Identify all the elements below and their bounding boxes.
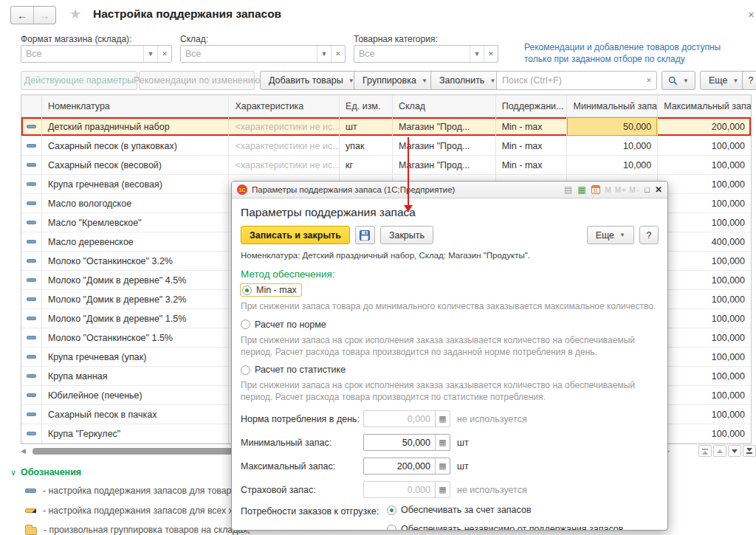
help-button[interactable]: ?: [742, 71, 756, 90]
cell-max-stock[interactable]: 100,000: [658, 348, 751, 366]
search-input[interactable]: Поиск (Ctrl+F) ✕: [496, 71, 657, 90]
close-button[interactable]: Закрыть: [380, 226, 433, 244]
calculator-icon[interactable]: ▦: [435, 482, 450, 497]
cell-min-stock[interactable]: 10,000: [567, 156, 658, 174]
chevron-collapse-icon[interactable]: ∨: [10, 468, 16, 477]
cell-max-stock[interactable]: 100,000: [658, 367, 751, 385]
calculator-icon[interactable]: ▦: [577, 185, 585, 194]
cell-nomenclature[interactable]: Масло "Кремлевское": [42, 213, 229, 232]
calendar-icon[interactable]: 31: [591, 185, 600, 194]
go-last-button[interactable]: [743, 445, 756, 457]
calculator-icon[interactable]: ▦: [435, 458, 450, 474]
col-characteristic[interactable]: Характеристика: [229, 95, 340, 117]
cell-warehouse[interactable]: Магазин "Прод...: [393, 117, 496, 136]
cell-max-stock[interactable]: 100,000: [658, 252, 751, 270]
cell-min-stock[interactable]: 50,000: [567, 117, 658, 136]
field-value[interactable]: 50,000: [364, 435, 435, 450]
cell-nomenclature[interactable]: Юбилейное (печенье): [42, 386, 229, 404]
cell-unit[interactable]: кг: [340, 156, 393, 174]
cell-nomenclature[interactable]: Масло деревенское: [42, 232, 229, 251]
cell-characteristic[interactable]: <характеристики не ис...: [229, 117, 340, 136]
cell-method[interactable]: Min - max: [496, 156, 568, 174]
cell-max-stock[interactable]: 100,000: [658, 386, 751, 404]
cell-max-stock[interactable]: 400,000: [658, 232, 751, 251]
cell-max-stock[interactable]: 200,000: [658, 117, 751, 136]
forward-button[interactable]: →: [33, 7, 55, 24]
go-up-button[interactable]: [713, 445, 726, 457]
cell-min-stock[interactable]: 10,000: [567, 137, 658, 155]
cell-nomenclature[interactable]: Молоко "Останкинское" 3.2%: [42, 252, 229, 270]
field-value[interactable]: 200,000: [364, 458, 435, 474]
cell-nomenclature[interactable]: Молоко "Домик в деревне" 4.5%: [42, 271, 229, 289]
cell-nomenclature[interactable]: Сахарный песок (весовой): [42, 156, 229, 174]
save-button[interactable]: [355, 226, 375, 244]
legend-header[interactable]: ∨Обозначения: [10, 467, 81, 477]
print-icon[interactable]: ▤: [564, 185, 572, 194]
back-button[interactable]: ←: [11, 7, 33, 24]
filter-format-combo[interactable]: Все ▼ ✕: [21, 45, 172, 63]
clear-icon[interactable]: ✕: [157, 46, 171, 62]
cell-nomenclature[interactable]: Крупа гречневая (упак): [42, 348, 229, 366]
save-close-button[interactable]: Записать и закрыть: [241, 226, 350, 244]
cell-max-stock[interactable]: 100,000: [658, 328, 751, 347]
chevron-down-icon[interactable]: ▼: [317, 46, 331, 62]
favorite-star-icon[interactable]: ★: [69, 6, 81, 22]
number-input[interactable]: 0,000 ▦: [363, 481, 450, 498]
cell-nomenclature[interactable]: Молоко "Останкинское" 1.5%: [42, 328, 229, 347]
shipment-radio[interactable]: Обеспечивать независимо от поддержания з…: [387, 524, 623, 531]
chevron-down-icon[interactable]: ▼: [470, 46, 484, 62]
table-row[interactable]: Сахарный песок (в упаковках) <характерис…: [21, 137, 751, 156]
add-goods-button[interactable]: Добавить товары▼: [260, 71, 363, 90]
window-close-icon[interactable]: ✕: [748, 10, 755, 20]
col-warehouse[interactable]: Склад: [393, 95, 496, 117]
col-unit[interactable]: Ед. изм.: [340, 95, 393, 117]
cell-max-stock[interactable]: 100,000: [658, 309, 751, 328]
cell-nomenclature[interactable]: Сахарный песок (в упаковках): [42, 137, 229, 155]
calculator-icon[interactable]: ▦: [435, 411, 450, 427]
cell-nomenclature[interactable]: Крупа манная: [42, 367, 229, 385]
shipment-radio[interactable]: Обеспечивать за счет запасов: [387, 505, 623, 515]
cell-max-stock[interactable]: 100,000: [658, 194, 751, 213]
filter-category-combo[interactable]: Все ▼ ✕: [354, 45, 498, 63]
cell-nomenclature[interactable]: Крупа "Геркулес": [42, 424, 229, 443]
fill-button[interactable]: Заполнить▼: [430, 71, 504, 90]
grouping-button[interactable]: Группировка▼: [354, 71, 436, 90]
go-first-button[interactable]: [698, 445, 712, 457]
cell-max-stock[interactable]: 100,000: [658, 424, 751, 443]
maximize-icon[interactable]: □: [645, 186, 650, 194]
method-radio[interactable]: Min - max: [241, 284, 301, 296]
dialog-help-button[interactable]: ?: [639, 226, 659, 244]
number-input[interactable]: 50,000 ▦: [363, 434, 450, 451]
number-input[interactable]: 200,000 ▦: [363, 458, 450, 474]
cell-characteristic[interactable]: <характеристики не ис...: [229, 156, 340, 174]
cell-nomenclature[interactable]: Сахарный песок в пачках: [42, 405, 229, 424]
clear-icon[interactable]: ✕: [642, 72, 656, 89]
cell-nomenclature[interactable]: Масло вологодское: [42, 194, 229, 213]
cell-max-stock[interactable]: 100,000: [658, 175, 751, 193]
cell-max-stock[interactable]: 100,000: [658, 405, 751, 424]
table-row[interactable]: Сахарный песок (весовой) <характеристики…: [21, 156, 751, 175]
cell-nomenclature[interactable]: Молоко "Домик в деревне" 1.5%: [42, 309, 229, 328]
field-value[interactable]: 0,000: [364, 482, 435, 497]
cell-nomenclature[interactable]: Детский праздничный набор: [42, 117, 229, 136]
cell-max-stock[interactable]: 100,000: [658, 156, 751, 174]
clear-icon[interactable]: ✕: [331, 46, 345, 62]
scroll-left-icon[interactable]: ◀: [21, 447, 26, 455]
more-button[interactable]: Еще▼: [700, 71, 747, 90]
cell-method[interactable]: Min - max: [496, 117, 568, 136]
col-method[interactable]: Поддержани...: [496, 95, 568, 117]
go-down-button[interactable]: [728, 445, 741, 457]
cell-max-stock[interactable]: 100,000: [658, 137, 751, 155]
close-icon[interactable]: ✕: [655, 185, 662, 194]
clear-icon[interactable]: ✕: [484, 46, 498, 62]
cell-nomenclature[interactable]: Крупа гречневая (весовая): [42, 175, 229, 193]
dialog-titlebar[interactable]: 1С Параметры поддержания запаса (1С:Пред…: [232, 182, 667, 199]
cell-max-stock[interactable]: 100,000: [658, 271, 751, 289]
method-radio[interactable]: Расчет по статистике: [241, 365, 346, 375]
calculator-icon[interactable]: ▦: [435, 435, 450, 450]
cell-unit[interactable]: упак: [340, 137, 393, 155]
cell-max-stock[interactable]: 100,000: [658, 213, 751, 232]
search-options-button[interactable]: ▼: [662, 71, 695, 90]
field-value[interactable]: 0,000: [364, 411, 435, 427]
col-max-stock[interactable]: Максимальный запас: [658, 95, 751, 117]
